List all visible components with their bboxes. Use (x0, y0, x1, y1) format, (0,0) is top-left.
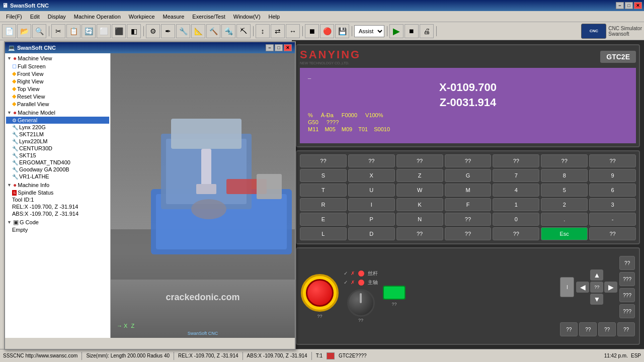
tree-item-goodway[interactable]: 🔧 Goodway GA 2000B (6, 166, 109, 173)
ctrl-btn-b4[interactable]: ?? (617, 322, 635, 336)
tree-item-general[interactable]: ⚙ General (6, 117, 109, 124)
key-z[interactable]: Z (396, 169, 443, 182)
key-i[interactable]: I (348, 198, 395, 211)
arrow-center[interactable]: ?? (590, 282, 603, 293)
minimize-button[interactable]: − (616, 2, 624, 9)
key-qq2[interactable]: ?? (348, 154, 395, 167)
print-button[interactable]: 🖨 (420, 24, 434, 38)
toolbar-sim2[interactable]: 🔴 (320, 24, 334, 38)
key-qq-l4[interactable]: ?? (589, 227, 636, 240)
tree-item-full-screen[interactable]: ◻ Full Screen (6, 62, 109, 70)
key-k[interactable]: K (396, 198, 443, 211)
menu-file[interactable]: File(F) (2, 13, 26, 21)
maximize-button[interactable]: □ (625, 2, 633, 9)
toolbar-tool2[interactable]: ✒ (161, 24, 175, 38)
key-0[interactable]: 0 (493, 213, 539, 226)
tree-item-vr1lathe[interactable]: 🔧 VR1-LATHE (6, 173, 109, 180)
play-button[interactable]: ▶ (389, 24, 404, 38)
toolbar-refresh[interactable]: 🔄 (82, 24, 96, 38)
key-f[interactable]: F (445, 198, 492, 211)
ctrl-btn-b3[interactable]: ?? (598, 322, 616, 336)
tree-item-machine-info[interactable]: ▼ ● Machine Info (6, 181, 109, 189)
toolbar-view3[interactable]: ◧ (127, 24, 141, 38)
toolbar-new[interactable]: 📄 (2, 24, 16, 38)
key-qq1[interactable]: ?? (300, 154, 347, 167)
tree-item-spindle[interactable]: S Spindle Status (6, 189, 109, 196)
key-qq-n[interactable]: ?? (445, 213, 492, 226)
key-n[interactable]: N (396, 213, 443, 226)
key-l[interactable]: L (300, 227, 347, 240)
dial-knob[interactable] (347, 289, 375, 317)
key-w[interactable]: W (396, 184, 443, 197)
cnc-minimize[interactable]: − (266, 44, 274, 51)
key-4[interactable]: 4 (493, 184, 539, 197)
arrow-left[interactable]: ◀ (576, 282, 589, 293)
toolbar-open[interactable]: 📂 (17, 24, 31, 38)
key-esc[interactable]: Esc (541, 227, 588, 240)
menu-workpiece[interactable]: Workpiece (125, 13, 159, 21)
menu-window[interactable]: Window(V) (229, 13, 265, 21)
key-qq5[interactable]: ?? (493, 154, 539, 167)
toolbar-tool6[interactable]: 🔩 (221, 24, 235, 38)
arrow-right[interactable]: ▶ (604, 282, 617, 293)
menu-exercise[interactable]: Exercise/Test (188, 13, 229, 21)
tree-item-machine-view[interactable]: ▼ ● Machine View (6, 54, 109, 62)
toolbar-cut[interactable]: ✂ (51, 24, 65, 38)
key-qq-l1[interactable]: ?? (396, 227, 443, 240)
toolbar-sim3[interactable]: 💾 (335, 24, 349, 38)
toolbar-search[interactable]: 🔍 (32, 24, 46, 38)
viewport[interactable]: crackedonic.com → X Z SwanSoft CNC (111, 53, 295, 338)
tree-item-lynx220g[interactable]: 🔧 Lynx 220G (6, 124, 109, 131)
menu-machine-operation[interactable]: Machine Operation (70, 13, 125, 21)
key-g[interactable]: G (445, 169, 492, 182)
ctrl-btn-i[interactable]: I (560, 277, 574, 297)
key-p[interactable]: P (348, 213, 395, 226)
toolbar-nav1[interactable]: ↕ (256, 24, 270, 38)
key-s[interactable]: S (300, 169, 347, 182)
key-7[interactable]: 7 (493, 169, 539, 182)
tree-item-front-view[interactable]: ◆ Front View (6, 70, 109, 77)
stop-button[interactable]: ⏹ (405, 24, 419, 38)
cnc-close[interactable]: ✕ (284, 44, 292, 51)
tree-item-lynx220lm[interactable]: 🔧 Lynx220LM (6, 138, 109, 145)
tree-item-ergomat[interactable]: 🔧 ERGOMAT_TND400 (6, 159, 109, 166)
toolbar-tool5[interactable]: 🔨 (206, 24, 220, 38)
toolbar-view1[interactable]: ⬜ (97, 24, 111, 38)
estop-button[interactable] (306, 279, 334, 307)
key-d[interactable]: D (348, 227, 395, 240)
tree-item-top-view[interactable]: ◆ Top View (6, 85, 109, 93)
key-1[interactable]: 1 (493, 198, 539, 211)
tree-item-right-view[interactable]: ◆ Right View (6, 77, 109, 85)
menu-edit[interactable]: Edit (26, 13, 44, 21)
ctrl-btn-qqq1[interactable]: ??? (619, 272, 635, 286)
green-button[interactable] (383, 286, 406, 300)
arrow-up[interactable]: ▲ (590, 269, 603, 281)
toolbar-view2[interactable]: ⬛ (112, 24, 126, 38)
ctrl-btn-qq1[interactable]: ?? (619, 256, 635, 270)
arrow-down[interactable]: ▼ (590, 294, 603, 305)
menu-help[interactable]: Help (265, 13, 284, 21)
tree-item-gcode[interactable]: ▼ ▣ G Code (6, 218, 109, 226)
tree-item-skt15[interactable]: 🔧 SKT15 (6, 152, 109, 159)
ctrl-btn-qqq2[interactable]: ??? (619, 288, 635, 302)
key-e[interactable]: E (300, 213, 347, 226)
key-5[interactable]: 5 (541, 184, 588, 197)
key-minus[interactable]: - (589, 213, 636, 226)
close-button[interactable]: ✕ (634, 2, 642, 9)
menu-measure[interactable]: Measure (159, 13, 189, 21)
toolbar-nav3[interactable]: ↔ (286, 24, 300, 38)
key-dot[interactable]: . (541, 213, 588, 226)
key-6[interactable]: 6 (589, 184, 636, 197)
key-x[interactable]: X (348, 169, 395, 182)
ctrl-btn-qqq3[interactable]: ??? (619, 304, 635, 318)
toolbar-tool4[interactable]: 📐 (191, 24, 205, 38)
tree-item-centur30d[interactable]: 🔧 CENTUR30D (6, 145, 109, 152)
key-9[interactable]: 9 (589, 169, 636, 182)
key-t[interactable]: T (300, 184, 347, 197)
key-qq3[interactable]: ?? (396, 154, 443, 167)
assist-dropdown[interactable]: Assist (354, 25, 384, 37)
toolbar-tool1[interactable]: ⚙ (146, 24, 160, 38)
key-2[interactable]: 2 (541, 198, 588, 211)
key-m[interactable]: M (445, 184, 492, 197)
toolbar-nav2[interactable]: ⇄ (271, 24, 285, 38)
